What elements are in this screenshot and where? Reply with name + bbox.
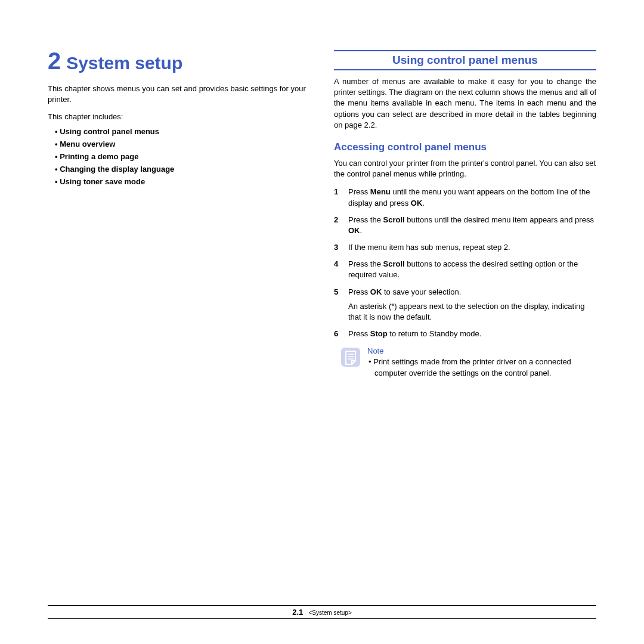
step-extra: An asterisk (*) appears next to the sele… bbox=[348, 301, 596, 323]
step-number: 3 bbox=[334, 242, 338, 253]
step-text: Press the Scroll buttons until the desir… bbox=[348, 215, 594, 235]
subsection-heading: Accessing control panel menus bbox=[334, 141, 596, 153]
step-item: 2 Press the Scroll buttons until the des… bbox=[334, 215, 596, 236]
toc-item[interactable]: Changing the display language bbox=[55, 165, 310, 174]
step-number: 6 bbox=[334, 329, 338, 339]
step-item: 6 Press Stop to return to Standby mode. bbox=[334, 329, 596, 339]
step-number: 5 bbox=[334, 287, 338, 298]
note-text: Print settings made from the printer dri… bbox=[367, 357, 596, 378]
chapter-intro: This chapter shows menus you can set and… bbox=[48, 83, 310, 105]
step-text: Press the Scroll buttons to access the d… bbox=[348, 259, 578, 279]
page-number: 2.1 bbox=[292, 608, 303, 617]
step-item: 4 Press the Scroll buttons to access the… bbox=[334, 259, 596, 280]
step-text: Press Menu until the menu you want appea… bbox=[348, 187, 590, 207]
toc-item[interactable]: Printing a demo page bbox=[55, 152, 310, 161]
toc-item[interactable]: Menu overview bbox=[55, 140, 310, 148]
step-text: If the menu item has sub menus, repeat s… bbox=[348, 243, 510, 252]
note-block: Note Print settings made from the printe… bbox=[340, 346, 596, 378]
step-number: 4 bbox=[334, 259, 338, 270]
footer-chapter-tag: <System setup> bbox=[308, 609, 351, 616]
step-item: 5 Press OK to save your selection. An as… bbox=[334, 287, 596, 323]
note-label: Note bbox=[367, 346, 596, 355]
step-item: 3 If the menu item has sub menus, repeat… bbox=[334, 242, 596, 253]
step-text: Press OK to save your selection. bbox=[348, 287, 461, 296]
chapter-title-text: System setup bbox=[66, 53, 182, 73]
section-intro: A number of menus are available to make … bbox=[334, 76, 596, 131]
note-content: Note Print settings made from the printe… bbox=[367, 346, 596, 378]
step-number: 2 bbox=[334, 215, 338, 225]
includes-label: This chapter includes: bbox=[48, 112, 310, 121]
section-heading: Using control panel menus bbox=[334, 50, 596, 70]
steps-list: 1 Press Menu until the menu you want app… bbox=[334, 187, 596, 339]
page-footer: 2.1 <System setup> bbox=[48, 605, 596, 619]
right-column: Using control panel menus A number of me… bbox=[334, 48, 596, 379]
step-number: 1 bbox=[334, 187, 338, 197]
chapter-toc: Using control panel menus Menu overview … bbox=[48, 127, 310, 186]
left-column: 2 System setup This chapter shows menus … bbox=[48, 48, 310, 379]
step-text: Press Stop to return to Standby mode. bbox=[348, 329, 481, 338]
note-icon bbox=[340, 346, 361, 368]
chapter-number: 2 bbox=[48, 48, 61, 74]
chapter-title: 2 System setup bbox=[48, 48, 310, 75]
step-item: 1 Press Menu until the menu you want app… bbox=[334, 187, 596, 208]
subsection-intro: You can control your printer from the pr… bbox=[334, 158, 596, 179]
toc-item[interactable]: Using toner save mode bbox=[55, 177, 310, 186]
toc-item[interactable]: Using control panel menus bbox=[55, 127, 310, 136]
